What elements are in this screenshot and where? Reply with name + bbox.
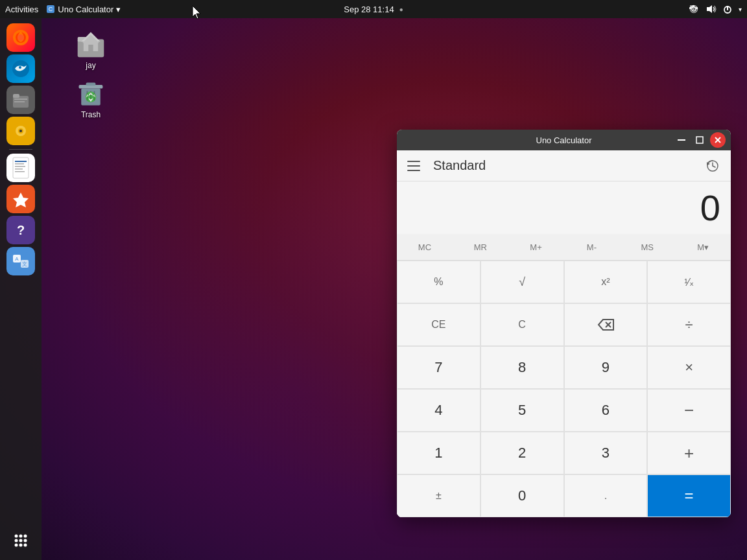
appcenter-icon [10, 189, 31, 209]
hamburger-menu-button[interactable] [405, 156, 425, 176]
calc-display: 0 [397, 181, 731, 234]
backspace-button[interactable] [564, 303, 648, 346]
mem-mr-button[interactable]: MR [453, 234, 508, 260]
reciprocal-button[interactable]: ¹⁄ₓ [647, 261, 731, 303]
activities-label[interactable]: Activities [5, 5, 38, 14]
btn-3[interactable]: 3 [564, 432, 648, 474]
thunderbird-icon [11, 59, 30, 78]
trash-label: Trash [81, 110, 101, 119]
topbar-down-arrow[interactable]: ▾ [739, 6, 742, 13]
svg-text:文: 文 [22, 261, 27, 267]
dock-icon-help[interactable]: ? [6, 216, 35, 244]
calc-mode-title: Standard [433, 158, 702, 173]
topbar-center: Sep 28 11:14 ● [344, 5, 403, 14]
topbar-app[interactable]: C Uno Calculator ▾ [46, 5, 121, 14]
calc-title-text: Uno Calculator [454, 135, 674, 145]
calc-titlebar: Uno Calculator [397, 130, 731, 150]
svg-rect-21 [13, 94, 19, 98]
svg-rect-8 [693, 5, 694, 7]
mem-mc-button[interactable]: MC [397, 234, 453, 260]
help-icon: ? [10, 220, 31, 240]
btn-1[interactable]: 1 [397, 432, 480, 474]
svg-point-49 [19, 544, 23, 547]
dock-icon-files[interactable] [6, 86, 35, 114]
btn-4[interactable]: 4 [397, 389, 480, 432]
trash-icon-img [75, 78, 106, 109]
appgrid-icon [11, 531, 30, 550]
trash-folder-icon [75, 76, 106, 110]
svg-rect-23 [14, 101, 25, 102]
calc-button-grid: % √ x² ¹⁄ₓ CE C ÷ 7 8 [397, 261, 731, 517]
btn-8[interactable]: 8 [480, 346, 564, 389]
topbar-right: ▾ [688, 4, 742, 14]
display-value: 0 [700, 187, 720, 229]
square-button[interactable]: x² [564, 261, 648, 303]
equals-button[interactable]: = [647, 474, 731, 517]
calc-buttons: MC MR M+ M- MS M▾ % √ x² ¹⁄ₓ CE C [397, 234, 731, 517]
ce-button[interactable]: CE [397, 303, 480, 346]
svg-rect-31 [15, 166, 25, 167]
dock: ? A 文 [0, 18, 42, 560]
multiply-button[interactable]: × [647, 346, 731, 389]
svg-point-48 [15, 544, 18, 547]
sqrt-button[interactable]: √ [480, 261, 564, 303]
clear-button[interactable]: C [480, 303, 564, 346]
topbar-app-dropdown[interactable]: ▾ [116, 5, 121, 14]
minimize-icon [678, 139, 685, 141]
mem-mdown-button[interactable]: M▾ [675, 234, 731, 260]
desktop-icon-trash[interactable]: Trash [65, 78, 117, 119]
btn-2[interactable]: 2 [480, 432, 564, 474]
svg-point-43 [19, 535, 23, 538]
dock-icon-appgrid[interactable] [6, 526, 35, 555]
dock-icon-writer[interactable] [6, 154, 35, 182]
jay-label: jay [86, 61, 95, 70]
svg-rect-32 [15, 169, 23, 170]
mem-mplus-button[interactable]: M+ [508, 234, 564, 260]
svg-point-6 [693, 8, 694, 10]
close-button[interactable] [710, 132, 726, 148]
negate-button[interactable]: ± [397, 474, 480, 517]
percent-button[interactable]: % [397, 261, 480, 303]
btn-9[interactable]: 9 [564, 346, 648, 389]
topbar: Activities C Uno Calculator ▾ Sep 28 11:… [0, 0, 747, 18]
history-icon [706, 159, 720, 173]
desktop-icon-jay[interactable]: jay [65, 29, 117, 70]
subtract-button[interactable]: − [647, 389, 731, 432]
btn-7[interactable]: 7 [397, 346, 480, 389]
minimize-button[interactable] [674, 132, 689, 148]
power-icon[interactable] [722, 4, 733, 14]
maximize-button[interactable] [692, 132, 707, 148]
backspace-icon [597, 318, 615, 332]
svg-rect-22 [14, 99, 27, 100]
desktop: Activities C Uno Calculator ▾ Sep 28 11:… [0, 0, 747, 560]
dock-icon-translator[interactable]: A 文 [6, 247, 35, 275]
writer-icon [11, 157, 30, 179]
maximize-icon [696, 136, 704, 144]
topbar-datetime: Sep 28 11:14 [344, 5, 394, 14]
btn-6[interactable]: 6 [564, 389, 648, 432]
calculator-window: Uno Calculator [397, 130, 731, 517]
dock-icon-firefox[interactable] [6, 23, 35, 52]
rhythmbox-icon [11, 121, 30, 141]
mem-ms-button[interactable]: MS [619, 234, 675, 260]
svg-rect-65 [696, 137, 703, 143]
add-button[interactable]: + [647, 432, 731, 474]
window-controls [674, 132, 726, 148]
svg-text:C: C [49, 6, 53, 12]
dock-icon-rhythmbox[interactable] [6, 117, 35, 145]
svg-point-46 [19, 539, 23, 542]
svg-rect-29 [15, 161, 27, 162]
history-button[interactable] [702, 156, 723, 176]
mem-mminus-button[interactable]: M- [564, 234, 620, 260]
divide-button[interactable]: ÷ [647, 303, 731, 346]
btn-0[interactable]: 0 [480, 474, 564, 517]
dock-icon-thunderbird[interactable] [6, 54, 35, 83]
decimal-button[interactable]: . [564, 474, 648, 517]
svg-point-42 [15, 535, 18, 538]
hamburger-line-3 [407, 170, 420, 171]
btn-5[interactable]: 5 [480, 389, 564, 432]
dock-icon-appcenter[interactable] [6, 185, 35, 213]
network-icon[interactable] [688, 4, 700, 14]
sound-icon[interactable] [705, 4, 717, 14]
svg-rect-56 [88, 45, 93, 51]
